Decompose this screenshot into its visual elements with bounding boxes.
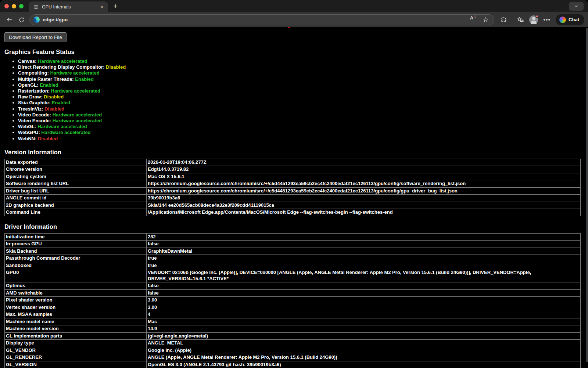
feature-label: Rasterization:: [18, 88, 51, 94]
row-value: (gl=egl-angle,angle=metal): [147, 332, 581, 340]
feature-item: Video Encode: Hardware accelerated: [18, 118, 581, 124]
chat-label: Chat: [569, 17, 579, 22]
feature-label: Video Decode:: [18, 112, 53, 118]
table-row: GL_VERSIONOpenGL ES 3.0 (ANGLE 2.1.43793…: [5, 361, 581, 368]
feature-status: Hardware accelerated: [50, 70, 99, 76]
page-scrollbar[interactable]: [586, 28, 588, 362]
row-value: true: [147, 255, 581, 262]
row-label: Command Line: [5, 209, 147, 216]
row-label: Passthrough Command Decoder: [5, 255, 147, 262]
feature-status: Hardware accelerated: [37, 124, 87, 129]
feature-item: WebNN: Disabled: [18, 136, 581, 142]
feature-item: Raw Draw: Disabled: [18, 94, 581, 100]
table-row: In-process GPUfalse: [5, 241, 581, 248]
notification-dot: [535, 15, 539, 18]
table-row: Skia BackendGraphiteDawnMetal: [5, 248, 581, 255]
more-options-button[interactable]: •••: [541, 17, 553, 23]
download-report-button[interactable]: Download Report to File: [4, 32, 67, 42]
back-icon: [6, 16, 13, 23]
feature-status: Disabled: [38, 136, 58, 141]
back-button[interactable]: [4, 14, 15, 25]
section-title-driver-information: Driver Information: [4, 223, 581, 230]
feature-label: Raw Draw:: [18, 94, 44, 100]
feature-status: Disabled: [44, 106, 64, 112]
feature-label: Video Encode:: [18, 118, 53, 123]
table-row: Optimusfalse: [5, 282, 581, 290]
feature-item: Video Decode: Hardware accelerated: [18, 112, 581, 118]
driver-information-table: Initialization time282In-process GPUfals…: [4, 233, 581, 368]
row-label: Chrome version: [5, 166, 147, 173]
table-row: 2D graphics backendSkia/144 ee20d565acb0…: [5, 202, 581, 209]
row-label: Pixel shader version: [5, 297, 147, 304]
feature-status: Hardware accelerated: [53, 118, 102, 123]
feature-label: WebGL:: [18, 124, 37, 129]
row-value: https://chromium.googlesource.com/chromi…: [147, 187, 581, 195]
row-value: false: [147, 241, 581, 248]
row-value: 2026-01-20T19:04:06.277Z: [147, 159, 581, 166]
toolbar: edge://gpu A❲ •••: [0, 12, 588, 27]
row-label: In-process GPU: [5, 241, 147, 248]
url-text[interactable]: edge://gpu: [43, 17, 465, 22]
feature-label: Canvas:: [18, 58, 38, 64]
row-value: 282: [147, 233, 581, 241]
address-bar[interactable]: edge://gpu A❲: [29, 14, 494, 25]
row-value: false: [147, 289, 581, 297]
feature-label: WebGPU:: [18, 130, 41, 135]
row-label: Skia Backend: [5, 248, 147, 255]
row-label: ANGLE commit id: [5, 195, 147, 202]
row-value: ANGLE_METAL: [147, 340, 581, 347]
table-row: Data exported2026-01-20T19:04:06.277Z: [5, 159, 581, 166]
profile-avatar[interactable]: [529, 15, 538, 24]
row-value: 4: [147, 311, 581, 318]
row-label: GPU0: [5, 269, 147, 282]
toolbar-divider: [512, 16, 512, 24]
row-label: GL implementation parts: [5, 332, 147, 340]
close-tab-icon[interactable]: ×: [98, 4, 105, 10]
row-value: OpenGL ES 3.0 (ANGLE 2.1.43793 git hash:…: [147, 361, 581, 368]
table-row: Pixel shader version3.00: [5, 297, 581, 304]
row-label: Sandboxed: [5, 262, 147, 269]
zoom-window-button[interactable]: [19, 4, 24, 8]
favorites-button[interactable]: [515, 14, 526, 25]
minimize-window-button[interactable]: [12, 4, 16, 8]
row-value: https://chromium.googlesource.com/chromi…: [147, 180, 581, 188]
new-tab-button[interactable]: +: [110, 2, 121, 12]
refresh-button[interactable]: [16, 14, 27, 25]
browser-tab[interactable]: GPU Internals ×: [29, 1, 108, 12]
row-value: ANGLE (Apple, ANGLE Metal Renderer: Appl…: [147, 354, 581, 361]
feature-label: Direct Rendering Display Compositor:: [18, 64, 106, 70]
table-row: Display typeANGLE_METAL: [5, 340, 581, 347]
add-favorite-button[interactable]: [481, 15, 490, 25]
refresh-icon: [18, 17, 25, 23]
browser-window: GPU Internals × + edge://gpu A❲: [0, 0, 588, 368]
globe-icon: [33, 4, 39, 10]
read-aloud-button[interactable]: A❲: [468, 15, 478, 25]
table-row: AMD switchablefalse: [5, 289, 581, 297]
feature-item: Direct Rendering Display Compositor: Dis…: [18, 64, 581, 70]
feature-status: Hardware accelerated: [41, 130, 90, 135]
render-artifact-dot: [288, 27, 290, 28]
feature-label: Compositing:: [18, 70, 50, 76]
table-row: Vertex shader version3.00: [5, 304, 581, 311]
feature-item: Rasterization: Hardware accelerated: [18, 88, 581, 94]
copilot-chat-button[interactable]: Chat: [556, 14, 584, 25]
table-row: GL implementation parts(gl=egl-angle,ang…: [5, 332, 581, 340]
row-label: Optimus: [5, 282, 147, 290]
extensions-button[interactable]: [498, 14, 509, 25]
row-label: Max. MSAA samples: [5, 311, 147, 318]
feature-status: Disabled: [106, 64, 126, 70]
row-label: AMD switchable: [5, 289, 147, 297]
table-row: Max. MSAA samples4: [5, 311, 581, 318]
section-title-graphics-feature-status: Graphics Feature Status: [4, 48, 581, 55]
row-label: Vertex shader version: [5, 304, 147, 311]
tab-search-button[interactable]: [569, 2, 584, 11]
feature-label: Skia Graphite:: [18, 100, 52, 105]
row-label: GL_RENDERER: [5, 354, 147, 361]
feature-item: WebGPU: Hardware accelerated: [18, 130, 581, 136]
close-window-button[interactable]: [4, 4, 9, 8]
table-row: GPU0VENDOR= 0x106b [Google Inc. (Apple)]…: [5, 269, 581, 282]
row-value: Google Inc. (Apple): [147, 347, 581, 354]
table-row: Software rendering list URLhttps://chrom…: [5, 180, 581, 188]
feature-status: Enabled: [52, 100, 71, 105]
table-row: Machine model nameMac: [5, 318, 581, 325]
